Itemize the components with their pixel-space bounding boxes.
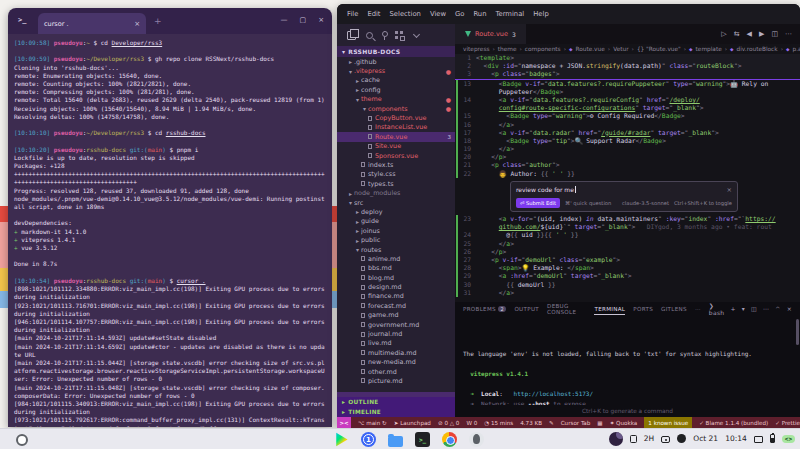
tree-item-deploy[interactable]: ▸deploy — [337, 207, 455, 216]
tree-item-live.md[interactable]: live.md — [337, 339, 455, 348]
menu-edit[interactable]: Edit — [367, 10, 380, 18]
editor-action-icon-1[interactable]: ⇆ — [734, 30, 740, 38]
menu-help[interactable]: Help — [533, 10, 549, 18]
status-item-8[interactable]: ▦ — [597, 420, 602, 426]
breadcrumb-item[interactable]: vitepress — [463, 46, 489, 52]
status-item-4[interactable]: ◔ 15 mins — [484, 420, 513, 426]
breadcrumb-item[interactable]: theme — [498, 46, 517, 52]
panel-tab-⋯[interactable]: ⋯ — [695, 302, 701, 315]
breadcrumb-item[interactable]: div.routeBlock — [737, 46, 778, 52]
tree-item-joinus[interactable]: ▸joinus — [337, 226, 455, 235]
terminal-tab[interactable]: cursor . × — [38, 13, 146, 34]
editor-action-icon-4[interactable]: ◫ — [771, 30, 778, 38]
menu-view[interactable]: View — [430, 10, 446, 18]
editor-action-icon-5[interactable]: ⋯ — [785, 30, 792, 38]
panel-tab-output[interactable]: OUTPUT — [514, 302, 539, 315]
onepassword-icon[interactable]: 1 — [361, 432, 376, 447]
tree-item-design.md[interactable]: design.md — [337, 282, 455, 291]
tree-item-journal.md[interactable]: journal.md — [337, 329, 455, 338]
menu-go[interactable]: Go — [455, 10, 464, 18]
status-item-11[interactable]: ✓ Blame 1.1.4 (bundled) — [699, 420, 768, 426]
google-play-icon[interactable] — [334, 432, 349, 447]
terminal-output[interactable]: [10:09:58] pseudoyu:~ $ cd Developer/rss… — [8, 34, 332, 427]
submit-edit-button[interactable]: ⏎ Submit Edit — [516, 198, 560, 208]
panel-tab-problems[interactable]: PROBLEMS2 — [463, 302, 506, 315]
integrated-terminal[interactable]: The language 'env' is not loaded, fallin… — [455, 315, 800, 405]
breadcrumb-item[interactable]: template — [696, 46, 722, 52]
terminal-new-tab-button[interactable]: + — [154, 17, 162, 26]
tree-item-cache[interactable]: ▸cache — [337, 76, 455, 85]
model-selector[interactable]: claude-3.5-sonnet — [622, 199, 669, 207]
editor-action-icon-3[interactable]: ▶ — [759, 30, 764, 38]
panel-tab-gitlens[interactable]: GITLENS — [661, 302, 687, 315]
tree-item-new-media.md[interactable]: new-media.md — [337, 358, 455, 367]
editor-action-icon-2[interactable]: ◀ — [747, 30, 752, 38]
tree-item-InstanceList.vue[interactable]: InstanceList.vue — [337, 123, 455, 132]
tree-item-blog.md[interactable]: blog.md — [337, 273, 455, 282]
tree-item-routes[interactable]: ▾routes — [337, 245, 455, 254]
breadcrumb-item[interactable]: Vetur — [613, 46, 628, 52]
editor-action-icon-0[interactable]: ▷ — [721, 30, 726, 38]
tree-item-game.md[interactable]: game.md — [337, 311, 455, 320]
panel-icon-2[interactable]: ◫ — [751, 305, 757, 312]
chevron-down-icon[interactable] — [413, 30, 420, 37]
tree-item-style.css[interactable]: style.css — [337, 170, 455, 179]
launcher-button[interactable] — [16, 434, 28, 446]
panel-icon-5[interactable]: × — [787, 305, 792, 312]
inline-edit-input[interactable]: review code for me — [516, 186, 574, 194]
outline-section[interactable]: ▸ OUTLINE — [337, 397, 455, 407]
linux-penguin-icon[interactable] — [469, 432, 484, 447]
breadcrumb-item[interactable]: {} "Route.vue" — [637, 46, 681, 52]
tree-item-Site.vue[interactable]: Site.vue — [337, 142, 455, 151]
terminal-close-button[interactable]: × — [318, 16, 324, 24]
tree-item-.github[interactable]: ▸.github — [337, 57, 455, 66]
tree-item-index.ts[interactable]: index.ts — [337, 160, 455, 169]
cursor-inline-edit-widget[interactable]: review code for me × ⏎ Submit Edit ⌘' qu… — [510, 181, 738, 212]
avatar[interactable] — [609, 432, 623, 446]
panel-icon-1[interactable]: ▾ — [742, 305, 745, 312]
tree-item-src[interactable]: ▾src — [337, 198, 455, 207]
search-icon[interactable] — [366, 32, 373, 39]
status-item-7[interactable]: Cursor Tab — [561, 420, 591, 426]
status-item-10[interactable]: 1 known issue — [644, 417, 692, 428]
tree-item-finance.md[interactable]: finance.md — [337, 292, 455, 301]
files-app-icon[interactable] — [388, 436, 403, 447]
menu-terminal[interactable]: Terminal — [496, 10, 525, 18]
status-item-9[interactable]: ✦ Quokka — [610, 420, 638, 426]
shell-selector[interactable]: ❯ bash — [709, 302, 725, 316]
status-item-12[interactable]: ✓ Prettier — [775, 420, 800, 426]
system-tray[interactable]: 2H Oct 21 10:14 <> — [609, 432, 795, 446]
close-icon[interactable]: × — [727, 186, 732, 194]
terminal-minimize-button[interactable]: — — [281, 16, 288, 24]
terminal-app-icon[interactable]: >_ — [415, 432, 430, 447]
explorer-root-header[interactable]: ▾ RSSHUB-DOCS — [337, 46, 455, 57]
source-control-icon[interactable] — [383, 31, 385, 40]
tree-item-picture.md[interactable]: picture.md — [337, 376, 455, 385]
timeline-section[interactable]: ▸ TIMELINE — [337, 407, 455, 417]
tree-item-.vitepress[interactable]: ▾.vitepress● — [337, 66, 455, 75]
terminal-tab-close-icon[interactable]: × — [134, 20, 140, 28]
tab-route-vue[interactable]: Route.vue 3 — [455, 24, 526, 44]
terminal-titlebar[interactable]: >_ cursor . × + — ▢ × — [8, 8, 332, 34]
tree-item-components[interactable]: ▾components● — [337, 104, 455, 113]
explorer-icon[interactable] — [347, 31, 356, 40]
tree-item-forecast.md[interactable]: forecast.md — [337, 301, 455, 310]
status-item-0[interactable]: ⌥ main ↻ — [358, 420, 387, 426]
tree-item-Sponsors.vue[interactable]: Sponsors.vue — [337, 151, 455, 160]
panel-tab-ports[interactable]: PORTS — [633, 302, 653, 315]
status-item-2[interactable]: ⊘ 0 △ 0 — [438, 420, 459, 426]
chrome-icon[interactable] — [442, 432, 457, 447]
tree-item-node_modules[interactable]: ▸node_modules — [337, 188, 455, 197]
status-item-3[interactable]: W 0 — [466, 420, 477, 426]
panel-icon-3[interactable]: ⋯ — [763, 305, 769, 312]
tree-item-public[interactable]: ▸public — [337, 235, 455, 244]
tree-item-other.md[interactable]: other.md — [337, 367, 455, 376]
tree-item-guide[interactable]: ▸guide — [337, 217, 455, 226]
status-item-6[interactable]: ✎ — [549, 420, 554, 426]
tree-item-config[interactable]: ▸config — [337, 85, 455, 94]
status-item-5[interactable]: 4.73 KB — [520, 420, 542, 426]
panel-icon-0[interactable]: + — [730, 305, 735, 312]
tree-item-multimedia.md[interactable]: multimedia.md — [337, 348, 455, 357]
tree-item-Route.vue[interactable]: Route.vue3 — [337, 132, 455, 141]
status-item-1[interactable]: ➤ Launchpad — [394, 420, 431, 426]
